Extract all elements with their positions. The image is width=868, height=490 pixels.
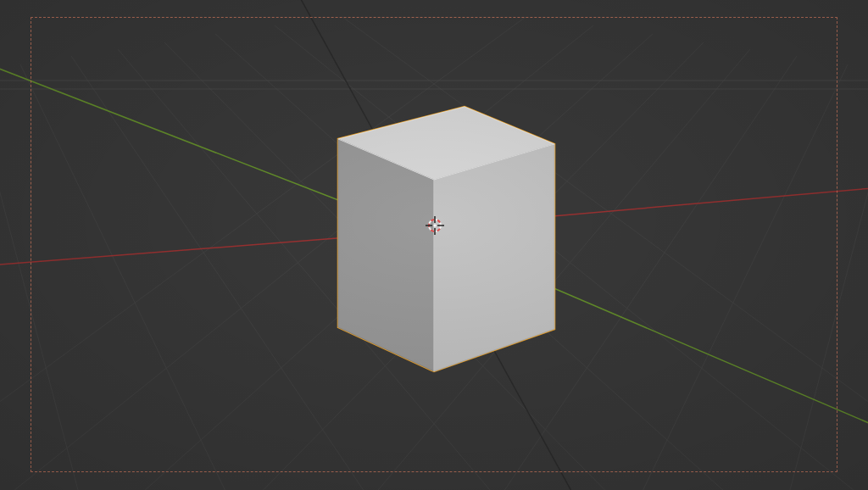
- cursor-3d: [0, 0, 868, 490]
- svg-point-34: [434, 225, 437, 227]
- viewport-3d[interactable]: [0, 0, 868, 490]
